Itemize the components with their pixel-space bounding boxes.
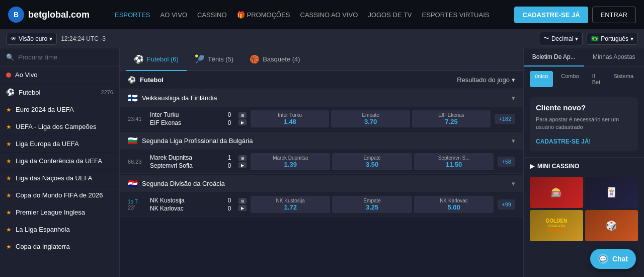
more-odds-btn-3[interactable]: +99: [498, 199, 515, 210]
score1: 1: [228, 154, 231, 161]
login-button[interactable]: ENTRAR: [592, 7, 636, 23]
decimal-selector[interactable]: 〜 Decimal ▾: [539, 32, 583, 45]
star-icon: ★: [6, 192, 12, 199]
stats-icon[interactable]: ⊞: [238, 112, 247, 118]
nav-cassino[interactable]: CASSINO: [197, 11, 227, 19]
match-icons: ⊞ ▶: [238, 155, 247, 168]
match-score: 0 0: [224, 197, 234, 212]
sidebar-item-ao-vivo[interactable]: Ao Vivo: [0, 66, 119, 84]
nav-cassino-ao-vivo[interactable]: CASSINO AO VIVO: [300, 11, 358, 19]
odd-btn-3[interactable]: NK Karlovac 5.00: [414, 196, 494, 213]
league-bulgaria-header[interactable]: 🇧🇬 Segunda Liga Profissional da Bulgária…: [120, 132, 523, 150]
odd-value-1: 1.48: [284, 118, 296, 125]
sidebar-item-liga-nacoes[interactable]: ★ Liga das Nações da UEFA: [0, 170, 119, 187]
decimal-icon: 〜: [543, 34, 549, 43]
sidebar-item-la-liga[interactable]: ★ La Liga Espanhola: [0, 221, 119, 238]
match-period: 1o T: [128, 199, 146, 204]
odd-value-1: 1.72: [284, 203, 297, 211]
odd-btn-2[interactable]: Empate 3.50: [332, 153, 412, 170]
odd-btn-3[interactable]: EIF Ekenas 7.25: [412, 110, 491, 127]
futebol-globe-icon: ⚽: [6, 88, 15, 96]
logo-icon: B: [8, 7, 24, 23]
star-icon: ★: [6, 243, 12, 250]
bet-panel-tabs: Boletim De Ap... Minhas Apostas: [524, 48, 644, 67]
casino-card-4[interactable]: 🎲: [585, 210, 638, 241]
casino-card-4-icon: 🎲: [606, 220, 617, 231]
cliente-novo-link[interactable]: CADASTRE-SE JÁ!: [536, 138, 591, 145]
odd-btn-1[interactable]: Marek Dupnitsa 1.39: [251, 153, 330, 170]
vision-selector[interactable]: 👁 Visão euro ▾: [6, 33, 57, 45]
time-display: 12:24:24 UTC -3: [61, 35, 106, 42]
sidebar-item-label: Copa da Inglaterra: [16, 243, 70, 250]
sidebar-item-label: Ao Vivo: [15, 71, 38, 79]
match-icons: ⊞ ▶: [238, 112, 247, 125]
subtab-unico[interactable]: único: [530, 71, 553, 87]
nav-promocoes[interactable]: 🎁 PROMOÇÕES: [237, 11, 290, 19]
live-dot-icon: [6, 73, 11, 78]
odds-group: NK Kustosija 1.72 Empate 3.25 NK Karlova…: [251, 196, 494, 213]
subtab-if-bet[interactable]: If Bet: [587, 71, 606, 87]
league-croatia-header[interactable]: 🇭🇷 Segunda Divisão da Croácia ▾: [120, 175, 523, 193]
mini-cassino-grid: 🎰 🃏 GOLDEN DRAGON INFERNO 🎲: [524, 175, 644, 243]
register-button[interactable]: CADASTRE-SE JÁ: [514, 7, 588, 23]
stats-icon[interactable]: ⊞: [238, 155, 247, 161]
more-odds-btn-1[interactable]: +182: [495, 114, 515, 124]
bulgaria-flag-icon: 🇧🇬: [128, 136, 138, 146]
more-odds-btn-2[interactable]: +58: [498, 157, 515, 167]
stats-icon[interactable]: ⊞: [238, 198, 247, 204]
nav-ao-vivo[interactable]: AO VIVO: [160, 11, 187, 19]
tab-tenis[interactable]: 🎾 Tênis (5): [187, 48, 242, 71]
nav-esportes-virtuais[interactable]: ESPORTES VIRTUAIS: [422, 11, 490, 19]
league-veikkausliiga-header[interactable]: 🇫🇮 Veikkausliiga da Finlândia ▾: [120, 89, 523, 107]
casino-card-3[interactable]: GOLDEN DRAGON INFERNO: [530, 210, 583, 241]
sidebar-item-euro-2024[interactable]: ★ Euro 2024 da UEFA: [0, 101, 119, 118]
logo[interactable]: B betglobal.com: [8, 7, 90, 23]
sidebar-item-liga-conferencia[interactable]: ★ Liga da Conferência da UEFA: [0, 153, 119, 170]
tab-minhas-apostas[interactable]: Minhas Apostas: [584, 48, 645, 66]
sidebar-item-copa-mundo[interactable]: ★ Copa do Mundo FIFA de 2026: [0, 187, 119, 204]
tab-futebol[interactable]: ⚽ Futebol (6): [126, 48, 187, 71]
stream-icon[interactable]: ▶: [238, 119, 247, 125]
casino-card-1[interactable]: 🎰: [530, 177, 583, 208]
result-selector[interactable]: Resultado do jogo ▾: [457, 76, 515, 84]
odd-btn-1[interactable]: Inter Turku 1.48: [251, 110, 329, 127]
sidebar-item-label: Euro 2024 da UEFA: [16, 106, 74, 113]
nav-jogos-tv[interactable]: JOGOS DE TV: [368, 11, 412, 19]
sidebar-item-futebol[interactable]: ⚽ Futebol 2276: [0, 84, 119, 101]
odd-value-3: 5.00: [447, 203, 460, 211]
team1-name: Marek Dupnitsa: [150, 154, 220, 161]
subtab-combo[interactable]: Combo: [556, 71, 584, 87]
league-chevron-icon: ▾: [512, 137, 515, 145]
sidebar-item-premier-league[interactable]: ★ Premier League Inglesa: [0, 204, 119, 221]
odd-btn-2[interactable]: Empate 3.70: [331, 110, 410, 127]
odd-btn-3[interactable]: Septemvri S... 11.50: [414, 153, 494, 170]
stream-icon[interactable]: ▶: [238, 205, 247, 211]
casino-card-3-label-top: GOLDEN: [545, 218, 567, 224]
odd-label-1: NK Kustosija: [276, 198, 305, 203]
casino-card-2[interactable]: 🃏: [585, 177, 638, 208]
casino-card-3-label-bottom: DRAGON: [547, 224, 565, 228]
sidebar-item-copa-inglaterra[interactable]: ★ Copa da Inglaterra: [0, 238, 119, 255]
odd-btn-1[interactable]: NK Kustosija 1.72: [251, 196, 330, 213]
match-teams: Inter Turku EIF Ekenas: [150, 110, 220, 127]
nav-esportes[interactable]: ESPORTES: [115, 11, 150, 19]
search-input[interactable]: [18, 53, 113, 61]
odd-btn-2[interactable]: Empate 3.25: [332, 196, 412, 213]
tab-boletim[interactable]: Boletim De Ap...: [524, 48, 584, 66]
bet-subtabs: único Combo If Bet Sistema: [524, 67, 644, 91]
league-bulgaria: 🇧🇬 Segunda Liga Profissional da Bulgária…: [120, 132, 523, 174]
lang-selector[interactable]: 🇧🇷 Português ▾: [587, 33, 638, 45]
star-icon: ★: [6, 158, 12, 165]
score1: 0: [228, 197, 231, 204]
cliente-novo-title: Cliente novo?: [536, 103, 632, 112]
star-icon: ★: [6, 141, 12, 148]
subtab-sistema[interactable]: Sistema: [608, 71, 638, 87]
stream-icon[interactable]: ▶: [238, 162, 247, 168]
sub-nav: 👁 Visão euro ▾ 12:24:24 UTC -3 〜 Decimal…: [0, 29, 644, 48]
sidebar-item-liga-campeoes[interactable]: ★ UEFA - Liga dos Campeões: [0, 118, 119, 135]
tab-basquete[interactable]: 🏀 Basquete (4): [242, 48, 308, 71]
chat-button[interactable]: 💬 Chat: [590, 249, 636, 269]
sidebar-item-liga-europa[interactable]: ★ Liga Europa da UEFA: [0, 135, 119, 153]
sidebar-item-label: Liga das Nações da UEFA: [16, 174, 92, 182]
league-veikkausliiga-name: Veikkausliiga da Finlândia: [142, 94, 217, 102]
